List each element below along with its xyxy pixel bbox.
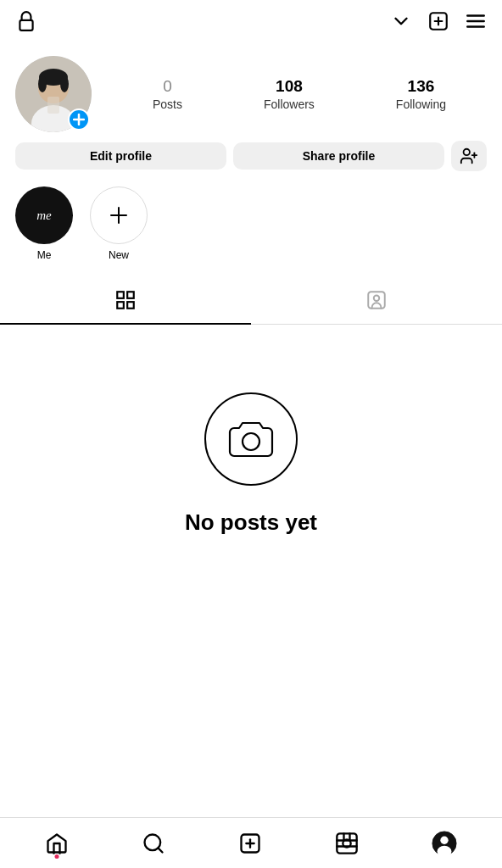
following-stat[interactable]: 136 Following bbox=[396, 77, 446, 112]
posts-stat[interactable]: 0 Posts bbox=[153, 77, 182, 112]
tab-tagged[interactable] bbox=[251, 277, 502, 325]
nav-profile[interactable] bbox=[420, 824, 469, 863]
following-label: Following bbox=[396, 97, 446, 111]
avatar-wrapper bbox=[15, 56, 92, 132]
story-me-text: me bbox=[36, 209, 52, 223]
svg-rect-33 bbox=[337, 833, 356, 853]
tabs-row bbox=[0, 276, 502, 325]
reels-icon bbox=[335, 832, 359, 855]
search-icon bbox=[142, 832, 165, 855]
story-label-new: New bbox=[109, 249, 129, 261]
camera-icon bbox=[226, 414, 276, 465]
add-person-icon bbox=[460, 147, 478, 165]
tab-grid[interactable] bbox=[0, 277, 251, 325]
camera-icon-circle bbox=[204, 392, 298, 486]
story-item-me[interactable]: me Me bbox=[15, 186, 73, 261]
top-bar-left bbox=[15, 10, 37, 32]
story-circle-new bbox=[90, 186, 148, 244]
top-bar-right bbox=[390, 10, 487, 32]
home-icon bbox=[45, 832, 69, 855]
svg-rect-22 bbox=[127, 292, 134, 298]
action-buttons: Edit profile Share profile bbox=[0, 141, 502, 186]
share-profile-button[interactable]: Share profile bbox=[233, 142, 444, 170]
nav-search[interactable] bbox=[130, 825, 177, 862]
svg-point-40 bbox=[440, 836, 448, 843]
stories-row: me Me New bbox=[0, 186, 502, 276]
stats-row: 0 Posts 108 Followers 136 Following bbox=[112, 77, 487, 112]
posts-label: Posts bbox=[153, 97, 182, 111]
svg-point-26 bbox=[374, 296, 380, 302]
svg-point-16 bbox=[464, 149, 470, 155]
menu-icon[interactable] bbox=[465, 10, 487, 32]
profile-icon bbox=[432, 831, 457, 856]
add-story-button[interactable] bbox=[68, 108, 90, 131]
story-circle-me: me bbox=[15, 186, 73, 244]
nav-add[interactable] bbox=[226, 825, 274, 862]
story-label-me: Me bbox=[37, 249, 52, 261]
svg-point-11 bbox=[38, 75, 47, 92]
nav-home[interactable] bbox=[33, 825, 81, 862]
no-posts-title: No posts yet bbox=[185, 509, 317, 536]
svg-rect-21 bbox=[117, 292, 124, 298]
add-person-button[interactable] bbox=[451, 141, 487, 171]
grid-icon bbox=[114, 289, 137, 311]
following-count: 136 bbox=[408, 77, 435, 97]
add-icon bbox=[238, 832, 262, 855]
add-post-icon[interactable] bbox=[427, 10, 449, 32]
home-active-dot bbox=[55, 854, 59, 859]
followers-stat[interactable]: 108 Followers bbox=[264, 77, 315, 112]
svg-rect-13 bbox=[47, 97, 59, 114]
plus-icon bbox=[107, 203, 131, 227]
followers-label: Followers bbox=[264, 97, 315, 111]
svg-point-27 bbox=[243, 433, 259, 450]
profile-section: 0 Posts 108 Followers 136 Following bbox=[0, 42, 502, 141]
svg-rect-25 bbox=[368, 292, 385, 309]
lock-icon bbox=[15, 10, 37, 32]
posts-count: 0 bbox=[163, 77, 172, 97]
followers-count: 108 bbox=[276, 77, 303, 97]
chevron-down-icon[interactable] bbox=[390, 10, 412, 32]
no-posts-section: No posts yet bbox=[0, 325, 502, 570]
svg-rect-24 bbox=[127, 302, 134, 309]
tagged-icon bbox=[365, 289, 388, 311]
edit-profile-button[interactable]: Edit profile bbox=[15, 142, 226, 170]
svg-point-12 bbox=[60, 75, 69, 92]
story-item-new[interactable]: New bbox=[90, 186, 148, 261]
bottom-nav bbox=[0, 817, 502, 868]
nav-reels[interactable] bbox=[323, 825, 371, 862]
svg-rect-23 bbox=[117, 302, 124, 309]
top-bar bbox=[0, 0, 502, 42]
svg-line-29 bbox=[158, 848, 162, 852]
svg-rect-0 bbox=[20, 20, 32, 31]
